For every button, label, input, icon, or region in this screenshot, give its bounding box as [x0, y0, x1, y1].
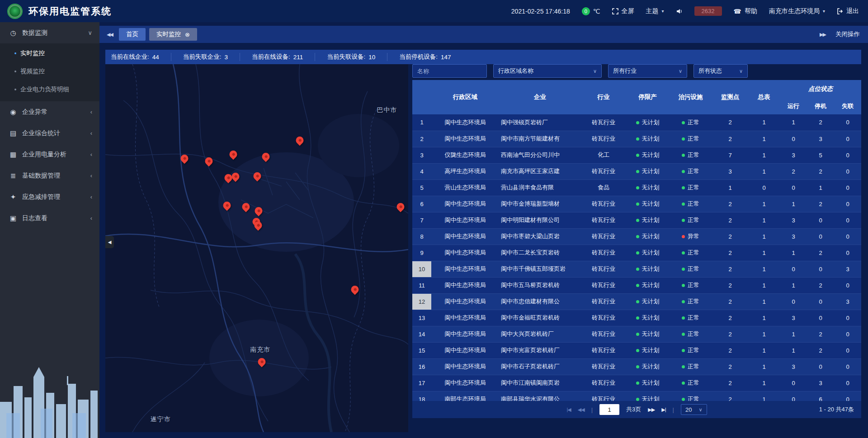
status-dot-green: [682, 300, 685, 303]
map-pin[interactable]: [351, 286, 359, 293]
status-dot-green: [636, 121, 639, 124]
sidebar-item-log-view[interactable]: ▣日志查看‹: [0, 207, 99, 229]
cell-industry: 砖瓦行业: [581, 326, 626, 342]
table-row[interactable]: 4高坪生态环境局南充市高坪区王家店建砖瓦行业无计划正常31220: [412, 163, 861, 179]
map-pin[interactable]: [255, 221, 262, 229]
map-pin[interactable]: [223, 202, 231, 209]
sidebar-item-enterprise-statistics[interactable]: ▤企业综合统计‹: [0, 122, 99, 144]
table-row[interactable]: 8阆中生态环境局阆中市枣碧大梁山页岩砖瓦行业无计划异常21300: [412, 228, 861, 245]
table-row[interactable]: 18南部生态环境局南部县瑞华水泥有限公砖瓦行业无计划正常21060: [412, 391, 861, 401]
map-pin[interactable]: [262, 153, 270, 160]
industry-select[interactable]: 所有行业 ∨: [608, 64, 687, 78]
cell-run: 1: [780, 277, 807, 293]
fullscreen-button[interactable]: 全屏: [612, 7, 634, 15]
close-operations-button[interactable]: 关闭操作: [835, 30, 860, 38]
table-row[interactable]: 12阆中生态环境局阆中市忠信建材有限公砖瓦行业无计划正常21003: [412, 293, 861, 310]
cell-facility: 正常: [669, 114, 712, 131]
map-pin[interactable]: [396, 203, 404, 211]
sidebar-item-emergency-reduction[interactable]: ✦应急减排管理‹: [0, 186, 99, 207]
map-pin[interactable]: [296, 137, 304, 144]
theme-dropdown[interactable]: 主题 ▾: [646, 7, 664, 15]
cell-points: 7: [712, 147, 748, 163]
tab-close-icon[interactable]: ⊗: [185, 31, 190, 38]
table-row[interactable]: 16阆中生态环境局阆中市石子页岩机砖厂砖瓦行业无计划正常21300: [412, 358, 861, 375]
sidebar-item-data-monitoring[interactable]: ◷数据监测∨: [0, 22, 99, 43]
status-select-value: 所有状态: [698, 67, 722, 75]
cell-lost: 0: [834, 310, 861, 326]
prev-page-button[interactable]: ◀◀: [578, 407, 585, 413]
cell-points: 1: [712, 179, 748, 196]
map-pin[interactable]: [180, 155, 188, 162]
map-pin[interactable]: [225, 174, 232, 182]
map-pin-icon: [253, 220, 264, 231]
next-page-button[interactable]: ▶▶: [648, 407, 655, 413]
table-body: 1阆中生态环境局阆中强锐页岩砖厂砖瓦行业无计划正常211202阆中生态环境局阆中…: [412, 114, 861, 401]
pager-divider: |: [673, 406, 674, 413]
row-index: 8: [412, 228, 431, 245]
map-city-label: 巴中市: [377, 106, 397, 114]
cell-run: 3: [780, 310, 807, 326]
page-input[interactable]: [599, 404, 619, 415]
status-dot-green: [636, 251, 639, 254]
cell-points: 2: [712, 228, 748, 245]
cell-lost: 0: [834, 326, 861, 342]
status-select[interactable]: 所有状态 ∨: [693, 64, 748, 78]
notice-badge[interactable]: 2632: [694, 6, 722, 16]
table-row[interactable]: 17阆中生态环境局阆中市江南镇阆南页岩砖瓦行业无计划正常21030: [412, 375, 861, 391]
cell-industry: 砖瓦行业: [581, 114, 626, 131]
tab-realtime-monitor[interactable]: 实时监控⊗: [149, 28, 197, 41]
cell-facility: 正常: [669, 196, 712, 212]
sidebar-item-base-data[interactable]: ≣基础数据管理‹: [0, 165, 99, 186]
map-pin[interactable]: [255, 207, 263, 215]
table-row[interactable]: 2阆中生态环境局阆中市南方节能建材有砖瓦行业无计划正常21030: [412, 131, 861, 147]
table-row[interactable]: 11阆中生态环境局阆中市五马桥页岩机砖砖瓦行业无计划正常21120: [412, 277, 861, 293]
sidebar-item-enterprise-abnormal[interactable]: ◉企业异常‹: [0, 101, 99, 122]
table-row[interactable]: 6阆中生态环境局阆中市金博瑞新型墙材砖瓦行业无计划正常21120: [412, 196, 861, 212]
map-pin[interactable]: [229, 151, 237, 158]
logout-button[interactable]: 退出: [837, 7, 859, 15]
page-size-select[interactable]: 20 ∨: [681, 404, 707, 415]
row-index: 13: [412, 310, 431, 326]
col-points: 监测点: [712, 80, 748, 114]
theme-label: 主题: [646, 7, 659, 15]
map-pin[interactable]: [242, 203, 250, 211]
tab-home[interactable]: 首页: [119, 28, 146, 41]
table-row[interactable]: 9阆中生态环境局阆中市二龙长宝页岩砖砖瓦行业无计划正常21120: [412, 245, 861, 261]
map-pin[interactable]: [205, 157, 213, 165]
cell-company: 阆中市五马桥页岩机砖: [499, 277, 581, 293]
map-pin-icon: [230, 171, 241, 182]
stat-label: 当前在线设备:: [252, 53, 290, 61]
map-collapse-handle[interactable]: ◀: [105, 236, 114, 248]
help-button[interactable]: ☎ 帮助: [734, 7, 757, 15]
map[interactable]: ◀ 巴中市南充市遂宁市: [105, 64, 408, 432]
last-page-button[interactable]: ▶|: [661, 407, 665, 413]
table-row[interactable]: 7阆中生态环境局阆中明阳建材有限公司砖瓦行业无计划正常21300: [412, 212, 861, 228]
map-pin[interactable]: [253, 172, 261, 180]
region-select[interactable]: 行政区域名称 ∨: [493, 64, 602, 78]
map-pin[interactable]: [258, 358, 266, 366]
speaker-icon[interactable]: [676, 8, 683, 14]
table-row[interactable]: 13阆中生态环境局阆中市金福旺页岩机砖砖瓦行业无计划正常21300: [412, 310, 861, 326]
table-row[interactable]: 5营山生态环境局营山县润丰食品有限食品无计划正常10010: [412, 179, 861, 196]
sidebar-item-power-usage-analysis[interactable]: ▦企业用电量分析‹: [0, 144, 99, 165]
tabs-scroll-right-icon[interactable]: ▶▶: [820, 32, 827, 38]
first-page-button[interactable]: |◀: [566, 407, 571, 413]
sidebar-subitem-realtime-monitor[interactable]: 实时监控: [0, 44, 99, 62]
sidebar-subitem-video-monitor[interactable]: 视频监控: [0, 62, 99, 80]
stats-bar: 当前在线企业:44当前失联企业:3当前在线设备:211当前失联设备:10当前停机…: [105, 50, 861, 64]
table-row[interactable]: 3仪陇生态环境局西南油气田分公司川中化工无计划正常71350: [412, 147, 861, 163]
cell-region: 阆中生态环境局: [431, 228, 499, 245]
map-pin[interactable]: [232, 173, 240, 180]
name-search-input[interactable]: [412, 64, 487, 78]
table-row[interactable]: 1阆中生态环境局阆中强锐页岩砖厂砖瓦行业无计划正常21120: [412, 114, 861, 131]
tabs-scroll-left-icon[interactable]: ◀◀: [107, 32, 114, 38]
fullscreen-icon: [612, 8, 618, 14]
table-row[interactable]: 15阆中生态环境局阆中市光富页岩机砖厂砖瓦行业无计划正常21120: [412, 342, 861, 358]
cell-region: 高坪生态环境局: [431, 163, 499, 179]
table-row[interactable]: 10阆中生态环境局阆中市千佛镇五郎垭页岩砖瓦行业无计划正常21003: [412, 261, 861, 277]
cell-industry: 食品: [581, 179, 626, 196]
sidebar-subitem-power-load-detail[interactable]: 企业电力负荷明细: [0, 80, 99, 99]
org-dropdown[interactable]: 南充市生态环境局 ▾: [769, 7, 825, 15]
status-dot-green: [636, 186, 639, 189]
table-row[interactable]: 14阆中生态环境局阆中大兴页岩机砖厂砖瓦行业无计划正常21120: [412, 326, 861, 342]
